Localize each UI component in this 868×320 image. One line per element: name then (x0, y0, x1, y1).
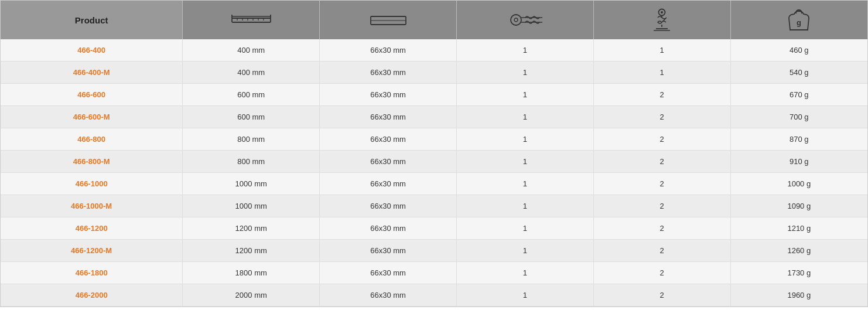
data-cell: 1 (593, 39, 730, 62)
data-cell: 1960 g (730, 284, 867, 307)
weight-icon: g (736, 8, 863, 32)
table-row: 466-1000-M1000 mm66x30 mm121090 g (1, 195, 867, 217)
svg-rect-0 (232, 18, 271, 22)
product-name-cell[interactable]: 466-800 (1, 128, 183, 151)
table-row: 466-10001000 mm66x30 mm121000 g (1, 173, 867, 195)
product-name-cell[interactable]: 466-400 (1, 39, 183, 62)
table-row: 466-1200-M1200 mm66x30 mm121260 g (1, 240, 867, 262)
data-cell: 2 (593, 217, 730, 240)
data-cell: 66x30 mm (320, 128, 457, 151)
length-icon (187, 11, 315, 29)
spring-icon (599, 8, 726, 32)
data-cell: 2 (593, 173, 730, 195)
cross-section-icon (324, 11, 452, 29)
table-row: 466-400-M400 mm66x30 mm11540 g (1, 62, 867, 84)
coil-column-header (456, 1, 593, 39)
data-cell: 540 g (730, 62, 867, 84)
data-cell: 1 (456, 240, 593, 262)
data-cell: 1 (456, 84, 593, 106)
data-cell: 2 (593, 195, 730, 217)
data-cell: 910 g (730, 151, 867, 173)
data-cell: 66x30 mm (320, 262, 457, 284)
data-cell: 1000 g (730, 173, 867, 195)
svg-point-13 (514, 18, 518, 22)
data-cell: 1 (456, 195, 593, 217)
coil-icon (462, 9, 589, 30)
data-cell: 66x30 mm (320, 62, 457, 84)
data-cell: 66x30 mm (320, 217, 457, 240)
length-column-header (183, 1, 320, 39)
data-cell: 600 mm (183, 106, 320, 128)
data-cell: 1200 mm (183, 240, 320, 262)
data-cell: 700 g (730, 106, 867, 128)
product-table: Product (1, 1, 867, 307)
data-cell: 1 (456, 284, 593, 307)
data-cell: 1 (456, 262, 593, 284)
data-cell: 2 (593, 262, 730, 284)
spring-column-header (593, 1, 730, 39)
data-cell: 2 (593, 106, 730, 128)
data-cell: 670 g (730, 84, 867, 106)
data-cell: 800 mm (183, 151, 320, 173)
table-row: 466-600-M600 mm66x30 mm12700 g (1, 106, 867, 128)
cross-section-column-header (320, 1, 457, 39)
data-cell: 2000 mm (183, 284, 320, 307)
data-cell: 66x30 mm (320, 106, 457, 128)
data-cell: 1800 mm (183, 262, 320, 284)
product-name-cell[interactable]: 466-600-M (1, 106, 183, 128)
data-cell: 66x30 mm (320, 151, 457, 173)
data-cell: 2 (593, 84, 730, 106)
data-cell: 1 (456, 106, 593, 128)
data-cell: 1000 mm (183, 195, 320, 217)
product-name-cell[interactable]: 466-600 (1, 84, 183, 106)
data-cell: 1730 g (730, 262, 867, 284)
table-body: 466-400400 mm66x30 mm11460 g466-400-M400… (1, 39, 867, 307)
data-cell: 1 (456, 128, 593, 151)
data-cell: 66x30 mm (320, 84, 457, 106)
data-cell: 1200 mm (183, 217, 320, 240)
data-cell: 1210 g (730, 217, 867, 240)
product-header-label: Product (75, 15, 108, 25)
table-row: 466-12001200 mm66x30 mm121210 g (1, 217, 867, 240)
data-cell: 600 mm (183, 84, 320, 106)
data-cell: 870 g (730, 128, 867, 151)
product-name-cell[interactable]: 466-400-M (1, 62, 183, 84)
data-cell: 1260 g (730, 240, 867, 262)
data-cell: 66x30 mm (320, 39, 457, 62)
svg-point-12 (511, 15, 521, 25)
table-row: 466-800800 mm66x30 mm12870 g (1, 128, 867, 151)
table-row: 466-600600 mm66x30 mm12670 g (1, 84, 867, 106)
svg-point-17 (661, 11, 663, 13)
data-cell: 2 (593, 151, 730, 173)
data-cell: 2 (593, 240, 730, 262)
table-row: 466-20002000 mm66x30 mm121960 g (1, 284, 867, 307)
data-cell: 1 (456, 151, 593, 173)
product-column-header: Product (1, 1, 183, 39)
table-row: 466-18001800 mm66x30 mm121730 g (1, 262, 867, 284)
data-cell: 2 (593, 284, 730, 307)
data-cell: 66x30 mm (320, 195, 457, 217)
data-cell: 1 (593, 62, 730, 84)
data-cell: 400 mm (183, 39, 320, 62)
data-cell: 400 mm (183, 62, 320, 84)
product-name-cell[interactable]: 466-1000 (1, 173, 183, 195)
product-name-cell[interactable]: 466-1200-M (1, 240, 183, 262)
data-cell: 1000 mm (183, 173, 320, 195)
product-name-cell[interactable]: 466-1800 (1, 262, 183, 284)
weight-column-header: g (730, 1, 867, 39)
data-cell: 66x30 mm (320, 284, 457, 307)
data-cell: 460 g (730, 39, 867, 62)
data-cell: 1 (456, 173, 593, 195)
data-cell: 1 (456, 39, 593, 62)
data-cell: 2 (593, 128, 730, 151)
data-cell: 66x30 mm (320, 240, 457, 262)
data-cell: 1 (456, 62, 593, 84)
table-row: 466-400400 mm66x30 mm11460 g (1, 39, 867, 62)
svg-text:g: g (797, 18, 801, 27)
data-cell: 1090 g (730, 195, 867, 217)
product-name-cell[interactable]: 466-800-M (1, 151, 183, 173)
product-name-cell[interactable]: 466-1200 (1, 217, 183, 240)
data-cell: 1 (456, 217, 593, 240)
product-name-cell[interactable]: 466-1000-M (1, 195, 183, 217)
product-name-cell[interactable]: 466-2000 (1, 284, 183, 307)
